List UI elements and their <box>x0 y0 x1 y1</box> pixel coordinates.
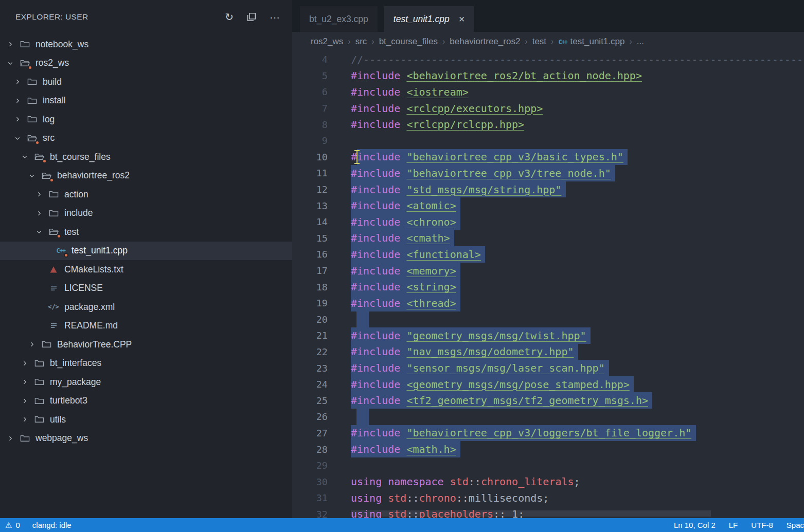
tree-item-src[interactable]: src <box>0 129 292 148</box>
chevron-down-icon[interactable] <box>29 173 40 179</box>
line-number[interactable]: 19 <box>292 298 328 308</box>
breadcrumb-item-[interactable]: ... <box>637 36 644 47</box>
tree-item-action[interactable]: action <box>0 185 292 204</box>
code-line-18[interactable]: 18#include <string> <box>292 279 804 295</box>
chevron-right-icon[interactable] <box>22 416 33 423</box>
chevron-down-icon[interactable] <box>14 135 26 141</box>
chevron-right-icon[interactable] <box>22 398 33 404</box>
chevron-down-icon[interactable] <box>22 154 33 160</box>
tree-item-bt-interfaces[interactable]: bt_interfaces <box>0 354 292 373</box>
line-number[interactable]: 21 <box>292 330 328 341</box>
encoding-indicator[interactable]: UTF-8 <box>751 521 773 529</box>
tab-bt-u2-ex3-cpp[interactable]: bt_u2_ex3.cpp <box>300 6 378 32</box>
code-line-29[interactable]: 29 <box>292 457 804 474</box>
line-number[interactable]: 4 <box>292 54 328 65</box>
chevron-right-icon[interactable] <box>22 379 33 385</box>
line-number[interactable]: 18 <box>292 282 328 292</box>
tree-item-turtlebot3[interactable]: turtlebot3 <box>0 392 292 411</box>
line-number[interactable]: 29 <box>292 460 328 471</box>
clangd-status[interactable]: clangd: idle <box>32 521 72 529</box>
line-number[interactable]: 30 <box>292 476 328 487</box>
line-number[interactable]: 26 <box>292 411 328 422</box>
refresh-explorer-icon[interactable]: ↻ <box>225 12 234 22</box>
code-line-16[interactable]: 16#include <functional> <box>292 246 804 263</box>
line-number[interactable]: 11 <box>292 168 328 178</box>
code-editor[interactable]: 4//-------------------------------------… <box>292 51 804 518</box>
cursor-position[interactable]: Ln 10, Col 2 <box>674 521 716 529</box>
code-line-15[interactable]: 15#include <cmath> <box>292 230 804 247</box>
line-number[interactable]: 16 <box>292 249 328 260</box>
close-icon[interactable]: × <box>459 14 465 24</box>
code-line-27[interactable]: 27#include "behaviortree_cpp_v3/loggers/… <box>292 425 804 442</box>
line-number[interactable]: 23 <box>292 363 328 374</box>
code-line-23[interactable]: 23#include "sensor_msgs/msg/laser_scan.h… <box>292 360 804 376</box>
code-line-6[interactable]: 6#include <iostream> <box>292 84 804 100</box>
tree-item-behaviortree-cpp[interactable]: BehaviorTree.CPP <box>0 335 292 354</box>
collapse-folders-icon[interactable] <box>247 12 256 22</box>
chevron-right-icon[interactable] <box>29 341 40 347</box>
line-number[interactable]: 24 <box>292 379 328 390</box>
tree-item-bt-course-files[interactable]: bt_course_files <box>0 148 292 167</box>
eol-indicator[interactable]: LF <box>729 521 738 529</box>
line-number[interactable]: 5 <box>292 70 328 81</box>
code-line-17[interactable]: 17#include <memory> <box>292 263 804 279</box>
tree-item-package-xml[interactable]: </>package.xml <box>0 298 292 317</box>
tree-item-utils[interactable]: utils <box>0 410 292 429</box>
breadcrumb-item-ros2-ws[interactable]: ros2_ws <box>311 36 343 47</box>
tree-item-test[interactable]: test <box>0 223 292 242</box>
code-line-25[interactable]: 25#include <tf2_geometry_msgs/tf2_geomet… <box>292 392 804 409</box>
code-line-9[interactable]: 9 <box>292 133 804 149</box>
line-number[interactable]: 28 <box>292 444 328 455</box>
code-line-14[interactable]: 14#include <chrono> <box>292 214 804 230</box>
code-line-21[interactable]: 21#include "geometry_msgs/msg/twist.hpp" <box>292 327 804 344</box>
tree-item-webpage-ws[interactable]: webpage_ws <box>0 429 292 448</box>
indentation-indicator[interactable]: Spac <box>787 521 804 529</box>
chevron-right-icon[interactable] <box>14 98 26 104</box>
tree-item-test-unit1-cpp[interactable]: C++test_unit1.cpp <box>0 242 292 261</box>
line-number[interactable]: 9 <box>292 135 328 146</box>
code-line-31[interactable]: 31using std::chrono::milliseconds; <box>292 490 804 506</box>
line-number[interactable]: 12 <box>292 184 328 195</box>
chevron-right-icon[interactable] <box>36 191 47 197</box>
code-line-13[interactable]: 13#include <atomic> <box>292 197 804 214</box>
tree-item-cmakelists-txt[interactable]: CMakeLists.txt <box>0 260 292 279</box>
line-number[interactable]: 31 <box>292 492 328 503</box>
code-line-19[interactable]: 19#include <thread> <box>292 295 804 311</box>
tree-item-build[interactable]: build <box>0 72 292 91</box>
breadcrumb-item-test-unit1-cpp[interactable]: C++test_unit1.cpp <box>558 36 624 47</box>
chevron-right-icon[interactable] <box>36 210 47 216</box>
chevron-down-icon[interactable] <box>7 60 19 66</box>
line-number[interactable]: 17 <box>292 265 328 276</box>
line-number[interactable]: 25 <box>292 395 328 406</box>
tree-item-readme-md[interactable]: README.md <box>0 317 292 336</box>
breadcrumb-item-behaviortree-ros2[interactable]: behaviortree_ros2 <box>450 36 520 47</box>
line-number[interactable]: 14 <box>292 216 328 227</box>
line-number[interactable]: 6 <box>292 86 328 97</box>
code-line-5[interactable]: 5#include <behaviortree_ros2/bt_action_n… <box>292 68 804 84</box>
line-number[interactable]: 22 <box>292 346 328 357</box>
tree-item-ros2-ws[interactable]: ros2_ws <box>0 54 292 73</box>
breadcrumb-item-bt-course-files[interactable]: bt_course_files <box>379 36 438 47</box>
line-number[interactable]: 13 <box>292 200 328 211</box>
tree-item-log[interactable]: log <box>0 110 292 129</box>
more-actions-icon[interactable]: ··· <box>270 12 280 22</box>
tree-item-behaviortree-ros2[interactable]: behaviortree_ros2 <box>0 167 292 186</box>
code-line-20[interactable]: 20 <box>292 311 804 328</box>
tree-item-license[interactable]: LICENSE <box>0 279 292 298</box>
code-line-12[interactable]: 12#include "std_msgs/msg/string.hpp" <box>292 181 804 198</box>
line-number[interactable]: 8 <box>292 119 328 130</box>
line-number[interactable]: 32 <box>292 509 328 518</box>
code-line-30[interactable]: 30using namespace std::chrono_literals; <box>292 473 804 490</box>
tree-item-my-package[interactable]: my_package <box>0 373 292 392</box>
tab-test-unit1-cpp[interactable]: test_unit1.cpp× <box>384 6 474 32</box>
tree-item-include[interactable]: include <box>0 204 292 223</box>
code-line-22[interactable]: 22#include "nav_msgs/msg/odometry.hpp" <box>292 344 804 360</box>
chevron-right-icon[interactable] <box>7 435 19 442</box>
code-line-8[interactable]: 8#include <rclcpp/rclcpp.hpp> <box>292 116 804 133</box>
chevron-down-icon[interactable] <box>36 229 47 235</box>
code-line-10[interactable]: 10#include "behaviortree_cpp_v3/basic_ty… <box>292 149 804 166</box>
code-line-26[interactable]: 26 <box>292 409 804 425</box>
chevron-right-icon[interactable] <box>14 79 26 85</box>
code-line-7[interactable]: 7#include <rclcpp/executors.hpp> <box>292 100 804 117</box>
tree-item-notebook-ws[interactable]: notebook_ws <box>0 35 292 54</box>
